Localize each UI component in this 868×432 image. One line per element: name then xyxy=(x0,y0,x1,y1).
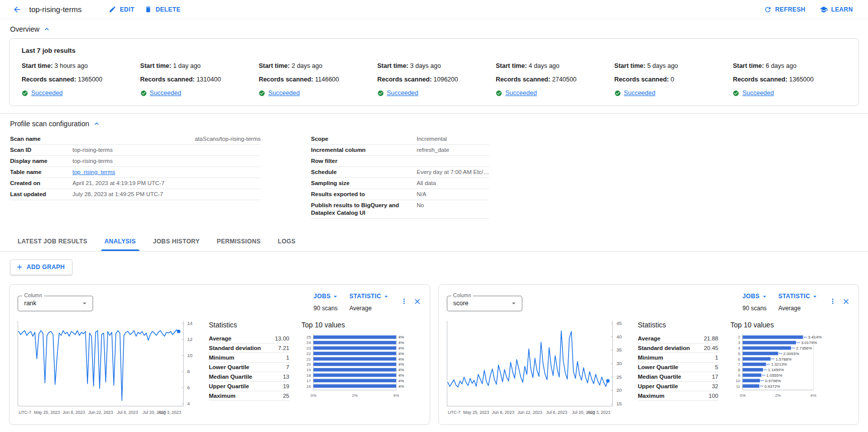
column-select[interactable]: Column score xyxy=(447,296,522,311)
tab-jobs-history[interactable]: JOBS HISTORY xyxy=(144,232,208,251)
more-options-button[interactable] xyxy=(829,297,837,305)
svg-text:4%: 4% xyxy=(398,384,404,388)
job-status-link[interactable]: Succeeded xyxy=(505,90,537,97)
more-options-button[interactable] xyxy=(400,297,408,305)
analysis-card: Column rank JOBS 90 scans STATISTIC xyxy=(9,284,430,425)
svg-text:1.5788%: 1.5788% xyxy=(775,357,792,361)
tab-logs[interactable]: LOGS xyxy=(269,232,304,251)
config-collapse-toggle[interactable] xyxy=(93,120,101,128)
svg-text:1.1459%: 1.1459% xyxy=(768,368,784,372)
job-records-scanned: Records scanned: 1310400 xyxy=(140,76,254,83)
back-button[interactable] xyxy=(10,3,24,17)
svg-text:2: 2 xyxy=(738,335,740,339)
statistic-row: Upper Quartile 19 xyxy=(209,382,289,391)
svg-text:30: 30 xyxy=(616,361,622,366)
edit-button-label: EDIT xyxy=(120,6,134,13)
job-records-scanned: Records scanned: 1146600 xyxy=(259,76,372,83)
svg-text:20: 20 xyxy=(306,362,311,367)
job-result-column: Start time: 6 days ago Records scanned: … xyxy=(733,62,846,97)
check-circle-icon xyxy=(496,90,502,97)
svg-text:25: 25 xyxy=(306,335,311,339)
back-arrow-icon xyxy=(13,5,22,14)
learn-button[interactable]: LEARN xyxy=(815,3,858,17)
svg-text:11: 11 xyxy=(736,384,740,388)
job-result-column: Start time: 3 days ago Records scanned: … xyxy=(377,62,491,97)
svg-text:2%: 2% xyxy=(352,393,358,398)
trend-line-chart: 141210864UTC-7May 25, 2023Jun 8, 2023Jun… xyxy=(18,321,203,419)
job-status-link[interactable]: Succeeded xyxy=(387,90,419,97)
close-card-button[interactable] xyxy=(413,297,422,306)
tab-analysis[interactable]: ANALYSIS xyxy=(96,232,144,251)
edit-button[interactable]: EDIT xyxy=(104,3,139,16)
svg-text:4: 4 xyxy=(187,401,190,406)
statistic-row: Median Quartile 13 xyxy=(209,372,289,382)
svg-text:0.9372%: 0.9372% xyxy=(764,384,780,388)
chevron-down-icon xyxy=(382,293,390,300)
jobs-dropdown[interactable]: JOBS xyxy=(313,293,339,300)
svg-text:Jun 22, 2023: Jun 22, 2023 xyxy=(517,410,542,415)
delete-button[interactable]: DELETE xyxy=(139,3,186,16)
svg-text:May 25, 2023: May 25, 2023 xyxy=(463,410,489,415)
statistic-row: Standard deviation 7.21 xyxy=(209,343,289,353)
svg-text:5: 5 xyxy=(738,351,740,356)
job-status-link[interactable]: Succeeded xyxy=(150,90,182,97)
statistic-row: Lower Quartile 5 xyxy=(638,363,719,372)
svg-text:Aug 3, 2023: Aug 3, 2023 xyxy=(158,410,181,415)
svg-text:8: 8 xyxy=(738,368,740,372)
config-row: Scan ID top-rising-terms xyxy=(10,145,261,156)
column-select[interactable]: Column rank xyxy=(18,296,93,311)
job-status-link[interactable]: Succeeded xyxy=(31,90,63,97)
refresh-button[interactable]: REFRESH xyxy=(759,3,811,17)
learn-icon xyxy=(820,6,828,14)
config-row: Table name top_rising_terms xyxy=(10,167,261,178)
config-row: Schedule Every day at 7:00 AM Etc/GMT+8 xyxy=(311,167,489,178)
job-status-link[interactable]: Succeeded xyxy=(742,90,774,97)
statistic-row: Median Quartile 17 xyxy=(638,372,719,382)
job-status-link[interactable]: Succeeded xyxy=(268,90,300,97)
top-values-bar-chart: 23.414%33.0179%42.7356%52.0093%61.5788%7… xyxy=(731,334,851,401)
job-status: Succeeded xyxy=(377,90,491,97)
check-circle-icon xyxy=(140,90,147,97)
svg-text:Jul 6, 2023: Jul 6, 2023 xyxy=(117,410,138,415)
close-icon xyxy=(842,297,850,306)
table-name-link[interactable]: top_rising_terms xyxy=(72,168,261,176)
statistics-rows: Average 13.00 Standard deviation 7.21 Mi… xyxy=(209,334,289,401)
svg-text:UTC-7: UTC-7 xyxy=(19,410,31,415)
analysis-card: Column score JOBS 90 scans STATISTIC xyxy=(438,284,859,425)
job-status: Succeeded xyxy=(496,90,609,97)
job-records-scanned: Records scanned: 1365000 xyxy=(733,76,846,83)
svg-text:4%: 4% xyxy=(398,357,404,361)
jobs-grid: Start time: 3 hours ago Records scanned:… xyxy=(22,62,846,97)
svg-text:4%: 4% xyxy=(393,393,400,398)
close-card-button[interactable] xyxy=(842,297,850,306)
config-row: Scope Incremental xyxy=(311,134,489,145)
statistic-dropdown[interactable]: STATISTIC xyxy=(778,293,819,300)
job-result-column: Start time: 4 days ago Records scanned: … xyxy=(496,62,609,97)
svg-text:20: 20 xyxy=(616,387,622,393)
overview-collapse-toggle[interactable] xyxy=(43,25,51,33)
jobs-count: 90 scans xyxy=(743,305,768,312)
tab-latest-job-results[interactable]: LATEST JOB RESULTS xyxy=(9,232,96,251)
statistics-title: Statistics xyxy=(209,321,289,329)
svg-text:10: 10 xyxy=(736,378,740,383)
statistic-value: Average xyxy=(778,305,819,312)
svg-text:23: 23 xyxy=(306,345,311,350)
add-graph-button[interactable]: ADD GRAPH xyxy=(10,260,72,275)
svg-text:Aug 3, 2023: Aug 3, 2023 xyxy=(587,410,610,415)
svg-text:8: 8 xyxy=(187,369,190,374)
jobs-count: 90 scans xyxy=(313,305,339,312)
job-status-link[interactable]: Succeeded xyxy=(624,90,656,97)
svg-text:4%: 4% xyxy=(398,335,404,339)
config-row: Row filter xyxy=(311,156,489,167)
svg-text:0.9796%: 0.9796% xyxy=(765,378,781,383)
jobs-dropdown[interactable]: JOBS xyxy=(743,293,768,300)
top-values-title: Top 10 values xyxy=(301,321,422,329)
config-row: Publish results to BigQuery and Dataplex… xyxy=(311,200,489,219)
config-row: Created on April 21, 2023 at 4:19:19 PM … xyxy=(10,178,261,189)
card-controls: JOBS 90 scans STATISTIC Average xyxy=(313,293,421,312)
card-action-icons xyxy=(400,297,422,306)
svg-text:3.0179%: 3.0179% xyxy=(801,340,817,345)
statistic-dropdown[interactable]: STATISTIC xyxy=(349,293,389,300)
trash-icon xyxy=(144,6,152,13)
tab-permissions[interactable]: PERMISSIONS xyxy=(208,232,269,251)
